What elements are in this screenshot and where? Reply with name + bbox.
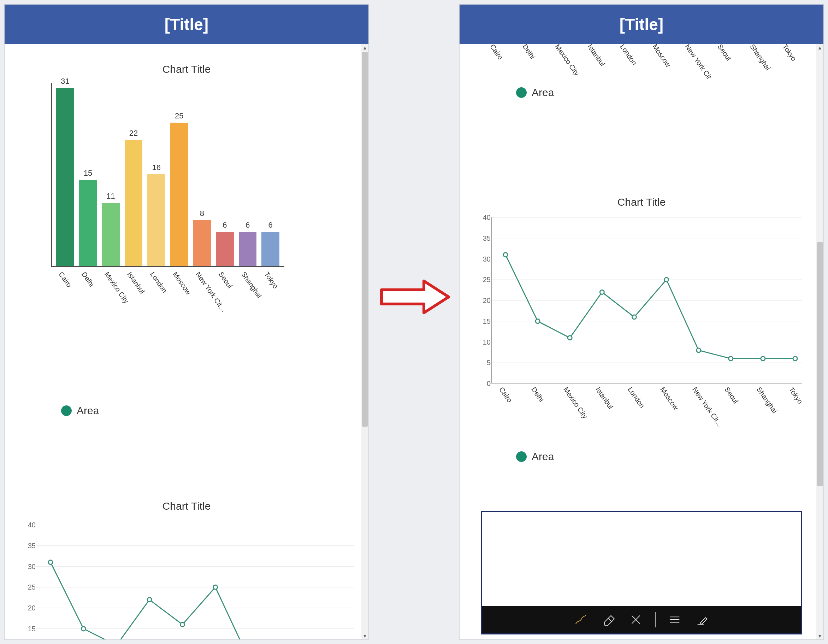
line-xtick: Cairo (497, 386, 528, 425)
svg-point-9 (49, 560, 53, 564)
svg-point-35 (729, 357, 733, 361)
report-scroll-area-left[interactable]: Chart Title 3115112216258666 CairoDelhiM… (5, 44, 369, 639)
line-xtick: London (626, 386, 657, 425)
report-window-before: [Title] Chart Title 3115112216258666 Cai… (4, 4, 369, 640)
bar-london: 16 (147, 174, 165, 266)
cropped-bar-xtick: Tokyo (781, 44, 809, 79)
cropped-bar-xtick: London (618, 44, 649, 79)
line-style-icon[interactable] (666, 611, 683, 628)
report-window-after: [Title] CairoDelhiMexico CityIstanbulLon… (459, 4, 824, 640)
svg-point-28 (503, 253, 508, 257)
line-ytick: 10 (474, 338, 491, 346)
line-chart-left-partial: 0510152025303540 (36, 525, 354, 639)
bar-delhi: 15 (79, 180, 97, 266)
pen-icon[interactable] (572, 611, 589, 628)
bar-value-label: 6 (239, 221, 257, 232)
line-ytick: 15 (19, 625, 36, 633)
line-chart-right: 0510152025303540 CairoDelhiMexico CityIs… (491, 217, 802, 435)
line-xtick: Tokyo (787, 386, 818, 425)
legend-dot-icon (61, 405, 72, 416)
report-scroll-area-right[interactable]: CairoDelhiMexico CityIstanbulLondonMosco… (459, 44, 823, 639)
svg-point-36 (761, 357, 765, 361)
bar-value-label: 31 (56, 77, 74, 88)
digital-signature-field[interactable] (481, 511, 802, 635)
signature-toolbar (482, 606, 801, 633)
svg-point-12 (147, 598, 152, 602)
svg-point-14 (213, 585, 218, 589)
vertical-scrollbar[interactable]: ▲ ▼ (816, 44, 823, 639)
bar-tokyo: 6 (261, 232, 279, 267)
line-chart-right-title: Chart Title (459, 196, 823, 208)
bar-value-label: 25 (170, 112, 188, 123)
svg-point-32 (632, 315, 636, 319)
svg-point-29 (536, 319, 540, 324)
bar-seoul: 6 (216, 232, 234, 267)
transition-arrow-icon (378, 276, 452, 318)
scroll-down-icon[interactable]: ▼ (816, 632, 823, 639)
bar-istanbul: 22 (125, 140, 143, 267)
scroll-up-icon[interactable]: ▲ (361, 44, 369, 51)
cropped-bar-xtick: Shanghai (748, 44, 779, 79)
window-title: [Title] (5, 5, 369, 44)
legend-dot-icon (516, 87, 527, 98)
svg-point-34 (696, 348, 701, 352)
line-xtick: Shanghai (755, 386, 786, 425)
bar-value-label: 6 (261, 221, 279, 232)
edit-signature-icon[interactable] (694, 611, 711, 628)
vertical-scrollbar[interactable]: ▲ ▼ (361, 44, 369, 639)
bar-mexico-city: 11 (102, 203, 120, 266)
line-ytick: 35 (19, 542, 36, 550)
line-ytick: 35 (474, 234, 491, 242)
svg-point-37 (793, 357, 797, 361)
line-ytick: 40 (19, 521, 36, 529)
bar-value-label: 8 (193, 209, 211, 220)
bar-chart-legend-scrolled: Area (516, 86, 554, 99)
bar-value-label: 6 (216, 221, 234, 232)
eraser-icon[interactable] (600, 611, 617, 628)
legend-dot-icon (516, 451, 527, 462)
svg-point-30 (568, 336, 572, 340)
svg-point-10 (81, 627, 85, 631)
cropped-bar-xtick: Moscow (651, 44, 682, 79)
cropped-bar-xtick: Delhi (521, 44, 552, 79)
line-ytick: 25 (19, 583, 36, 591)
line-chart-legend: Area (516, 451, 554, 463)
line-ytick: 30 (19, 562, 36, 570)
cropped-bar-xtick: Cairo (488, 44, 519, 79)
cropped-bar-xtick: New York Cit… (683, 44, 714, 79)
scroll-up-icon[interactable]: ▲ (816, 44, 823, 51)
legend-label: Area (532, 86, 554, 99)
cropped-bar-xtick: Istanbul (586, 44, 617, 79)
cropped-bar-xtick: Mexico City (553, 44, 584, 79)
cropped-bar-xtick: Seoul (716, 44, 747, 79)
line-ytick: 30 (474, 255, 491, 263)
svg-point-13 (180, 622, 184, 627)
line-xtick: Istanbul (594, 386, 625, 425)
cropped-bar-chart-xlabels: CairoDelhiMexico CityIstanbulLondonMosco… (484, 44, 809, 79)
line-xtick: New York Cit… (691, 386, 722, 425)
bar-value-label: 15 (79, 169, 97, 180)
line-ytick: 15 (474, 317, 491, 325)
svg-point-33 (665, 278, 669, 282)
line-xtick: Mexico City (561, 386, 593, 425)
line-ytick: 0 (474, 380, 491, 388)
scroll-down-icon[interactable]: ▼ (361, 632, 369, 639)
line-xtick: Moscow (659, 386, 690, 425)
legend-label: Area (532, 451, 554, 463)
bar-moscow: 25 (170, 123, 188, 266)
line-ytick: 40 (474, 214, 491, 221)
scrollbar-thumb[interactable] (817, 242, 823, 486)
bar-shanghai: 6 (239, 232, 257, 267)
line-chart-left-title: Chart Title (5, 500, 369, 512)
bar-new-york-cit-: 8 (193, 220, 211, 266)
line-xtick: Delhi (530, 386, 561, 425)
bar-cairo: 31 (56, 88, 74, 266)
bar-value-label: 16 (147, 163, 165, 174)
legend-label: Area (77, 405, 99, 417)
toolbar-divider (655, 612, 656, 627)
scrollbar-thumb[interactable] (362, 52, 368, 427)
bar-chart-title: Chart Title (5, 63, 369, 75)
clear-icon[interactable] (627, 611, 644, 628)
bar-value-label: 11 (102, 192, 120, 203)
line-ytick: 20 (474, 297, 491, 305)
